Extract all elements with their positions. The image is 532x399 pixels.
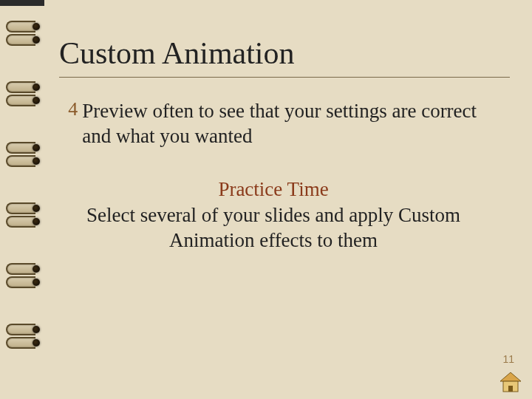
home-icon [498,371,523,393]
svg-marker-0 [500,372,521,381]
top-dark-bar [0,0,44,6]
practice-heading: Practice Time [59,178,488,201]
slide-content: Custom Animation 4 Preview often to see … [59,35,502,253]
page-number: 11 [502,353,514,365]
title-underline [59,77,510,78]
bullet-text: Preview often to see that your settings … [82,98,502,149]
practice-body: Select several of your slides and apply … [59,202,488,253]
home-button[interactable] [498,371,523,393]
svg-rect-2 [508,386,513,392]
slide-title: Custom Animation [59,35,502,71]
bullet-marker: 4 [68,98,78,120]
bullet-item: 4 Preview often to see that your setting… [68,98,502,149]
practice-block: Practice Time Select several of your sli… [59,178,488,253]
spiral-binding [6,21,49,384]
